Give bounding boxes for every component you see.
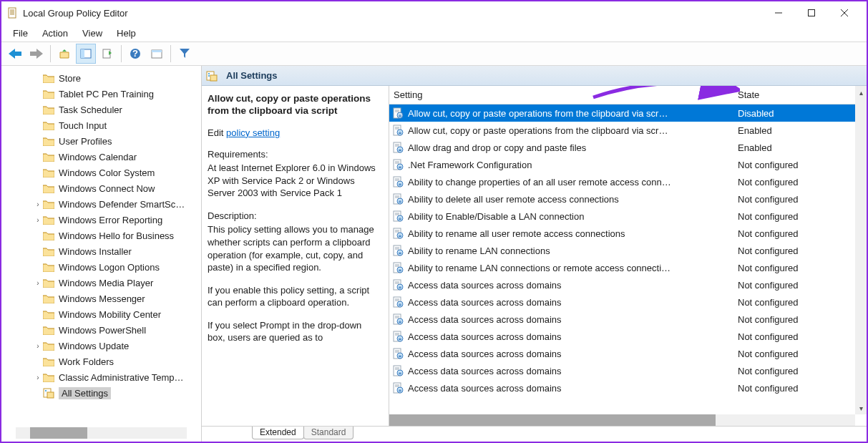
folder-icon bbox=[43, 357, 54, 366]
policy-icon bbox=[392, 313, 404, 325]
tree-item-label: User Profiles bbox=[59, 136, 112, 147]
folder-icon bbox=[43, 278, 54, 288]
folder-icon bbox=[43, 341, 54, 351]
policy-row[interactable]: Allow drag and drop or copy and paste fi… bbox=[389, 139, 867, 156]
policy-row[interactable]: Ability to rename LAN connections or rem… bbox=[389, 259, 867, 276]
minimize-button[interactable] bbox=[762, 2, 795, 24]
tree-item-label: Windows Color System bbox=[59, 167, 155, 178]
list-vertical-scrollbar[interactable]: ▴ ▾ bbox=[855, 86, 867, 414]
tree-item-label: Classic Administrative Temp… bbox=[59, 372, 184, 383]
tree-item[interactable]: ›Windows Media Player bbox=[1, 275, 201, 291]
folder-icon bbox=[43, 231, 54, 240]
column-setting[interactable]: Setting bbox=[389, 89, 738, 100]
tree-item-label: Windows Calendar bbox=[59, 152, 137, 162]
tree-item-all-settings[interactable]: All Settings bbox=[1, 385, 201, 401]
filter-button[interactable] bbox=[175, 44, 195, 64]
tree-item[interactable]: Windows PowerShell bbox=[1, 322, 201, 338]
tree-item[interactable]: ›Classic Administrative Temp… bbox=[1, 369, 201, 385]
svg-text:?: ? bbox=[132, 48, 138, 59]
policy-state: Enabled bbox=[738, 142, 867, 153]
edit-policy-link[interactable]: policy setting bbox=[226, 127, 280, 138]
tree-item[interactable]: Task Scheduler bbox=[1, 102, 201, 117]
policy-row[interactable]: Access data sources across domainsNot co… bbox=[389, 293, 867, 311]
show-hide-tree-button[interactable] bbox=[76, 44, 96, 64]
scroll-down-arrow[interactable]: ▾ bbox=[855, 401, 867, 414]
tree-item[interactable]: Store bbox=[1, 70, 201, 86]
policy-icon bbox=[392, 193, 404, 205]
content-area: StoreTablet PC Pen TrainingTask Schedule… bbox=[1, 66, 867, 442]
policy-row[interactable]: Access data sources across domainsNot co… bbox=[389, 311, 867, 328]
tree-item[interactable]: Windows Calendar bbox=[1, 149, 201, 165]
expand-icon[interactable]: › bbox=[33, 279, 43, 287]
policy-state: Not configured bbox=[738, 280, 867, 291]
tree-item[interactable]: ›Windows Error Reporting bbox=[1, 212, 201, 228]
column-state[interactable]: State bbox=[738, 89, 867, 100]
folder-icon bbox=[43, 105, 54, 115]
svg-rect-17 bbox=[152, 50, 162, 52]
tree-horizontal-scrollbar[interactable] bbox=[16, 427, 187, 439]
policy-state: Not configured bbox=[738, 331, 867, 342]
expand-icon[interactable]: › bbox=[33, 200, 43, 208]
tree-item[interactable]: Windows Connect Now bbox=[1, 180, 201, 196]
tree-item-label: All Settings bbox=[59, 387, 111, 399]
expand-icon[interactable]: › bbox=[33, 216, 43, 224]
tree-item[interactable]: Windows Mobility Center bbox=[1, 306, 201, 322]
policy-icon bbox=[392, 296, 404, 308]
tree-item[interactable]: Windows Installer bbox=[1, 243, 201, 259]
policy-icon bbox=[392, 107, 404, 119]
help-button[interactable]: ? bbox=[125, 44, 145, 64]
tree-item[interactable]: Windows Messenger bbox=[1, 291, 201, 306]
expand-icon[interactable]: › bbox=[33, 374, 43, 381]
svg-point-24 bbox=[208, 73, 210, 74]
tree-item[interactable]: Work Folders bbox=[1, 354, 201, 369]
up-level-button[interactable] bbox=[54, 44, 74, 64]
tree-item-label: Windows Media Player bbox=[59, 278, 153, 288]
policy-name: Access data sources across domains bbox=[408, 331, 562, 342]
policy-state: Not configured bbox=[738, 366, 867, 376]
tab-standard[interactable]: Standard bbox=[303, 427, 354, 439]
options-button[interactable] bbox=[147, 44, 167, 64]
menu-help[interactable]: Help bbox=[109, 26, 143, 41]
menu-file[interactable]: File bbox=[6, 26, 35, 41]
policy-row[interactable]: Ability to rename LAN connectionsNot con… bbox=[389, 242, 867, 259]
list-horizontal-scrollbar[interactable] bbox=[389, 414, 855, 426]
policy-row[interactable]: Ability to change properties of an all u… bbox=[389, 173, 867, 190]
policy-row[interactable]: .Net Framework ConfigurationNot configur… bbox=[389, 156, 867, 173]
policy-row[interactable]: Allow cut, copy or paste operations from… bbox=[389, 104, 867, 122]
back-button[interactable] bbox=[5, 44, 25, 64]
policy-row[interactable]: Access data sources across domainsNot co… bbox=[389, 276, 867, 293]
tree-item[interactable]: ›Windows Defender SmartSc… bbox=[1, 196, 201, 212]
tree-item[interactable]: ›Windows Update bbox=[1, 338, 201, 354]
export-list-button[interactable] bbox=[97, 44, 117, 64]
tree-item[interactable]: User Profiles bbox=[1, 133, 201, 149]
forward-button[interactable] bbox=[26, 44, 47, 64]
scroll-up-arrow[interactable]: ▴ bbox=[855, 86, 867, 99]
policy-icon bbox=[392, 348, 404, 359]
policy-row[interactable]: Allow cut, copy or paste operations from… bbox=[389, 122, 867, 139]
close-button[interactable] bbox=[828, 2, 861, 24]
policy-row[interactable]: Access data sources across domainsNot co… bbox=[389, 379, 867, 396]
tab-extended[interactable]: Extended bbox=[252, 427, 304, 439]
svg-rect-23 bbox=[210, 75, 217, 81]
navigation-tree[interactable]: StoreTablet PC Pen TrainingTask Schedule… bbox=[1, 66, 202, 442]
tree-item[interactable]: Touch Input bbox=[1, 117, 201, 133]
menu-bar: File Action View Help bbox=[1, 24, 867, 42]
menu-view[interactable]: View bbox=[75, 26, 109, 41]
tree-item[interactable]: Windows Logon Options bbox=[1, 259, 201, 275]
all-settings-icon bbox=[43, 387, 54, 399]
policy-row[interactable]: Access data sources across domainsNot co… bbox=[389, 362, 867, 379]
policy-row[interactable]: Ability to delete all user remote access… bbox=[389, 190, 867, 208]
policy-row[interactable]: Ability to Enable/Disable a LAN connecti… bbox=[389, 208, 867, 225]
folder-icon bbox=[43, 121, 54, 130]
tree-item-label: Windows Mobility Center bbox=[59, 309, 161, 320]
tree-item[interactable]: Tablet PC Pen Training bbox=[1, 86, 201, 102]
tree-item[interactable]: Windows Color System bbox=[1, 165, 201, 180]
policy-state: Not configured bbox=[738, 228, 867, 239]
policy-row[interactable]: Access data sources across domainsNot co… bbox=[389, 328, 867, 345]
menu-action[interactable]: Action bbox=[35, 26, 75, 41]
policy-row[interactable]: Ability to rename all user remote access… bbox=[389, 225, 867, 242]
policy-row[interactable]: Access data sources across domainsNot co… bbox=[389, 345, 867, 362]
expand-icon[interactable]: › bbox=[33, 342, 43, 350]
tree-item[interactable]: Windows Hello for Business bbox=[1, 228, 201, 243]
maximize-button[interactable] bbox=[795, 2, 828, 24]
